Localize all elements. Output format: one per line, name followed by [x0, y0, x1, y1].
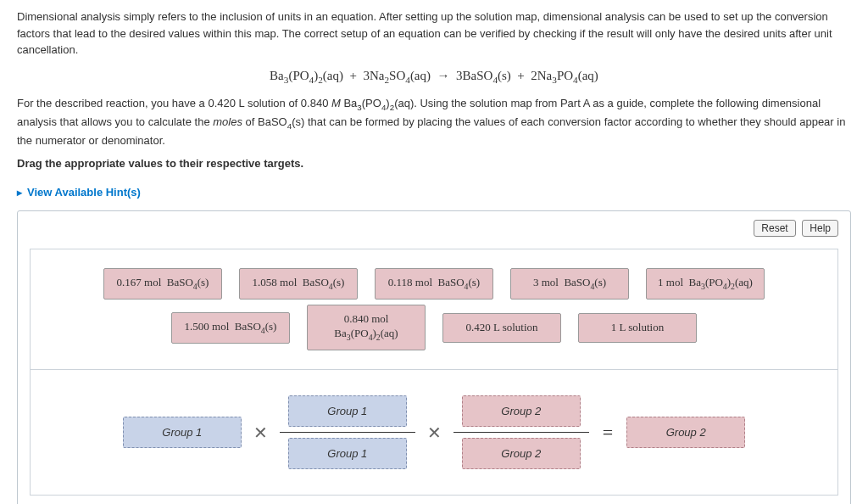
fraction-bar [280, 432, 415, 433]
drop-frac2-denominator[interactable]: Group 2 [462, 438, 581, 469]
work-panel: Reset Help 0.167 mol BaSO4(s) 1.058 mol … [17, 210, 851, 504]
drag-item[interactable]: 0.420 L solution [442, 313, 561, 343]
chemical-equation: Ba3(PO4)2(aq) + 3Na2SO4(aq) → 3BaSO4(s) … [17, 69, 851, 85]
drop-frac2-numerator[interactable]: Group 2 [462, 395, 581, 427]
drop-frac1-numerator[interactable]: Group 1 [288, 395, 407, 427]
drop-target-area: Group 1 ✕ Group 1 Group 1 ✕ Group 2 Grou… [31, 370, 837, 495]
drag-instruction: Drag the appropriate values to their res… [17, 155, 851, 172]
panel-buttons: Reset Help [30, 220, 838, 237]
drag-item[interactable]: 0.840 molBa3(PO4)2(aq) [307, 305, 426, 350]
help-button[interactable]: Help [802, 220, 838, 237]
drag-item[interactable]: 1.500 mol BaSO4(s) [171, 312, 290, 344]
page-root: Dimensional analysis simply refers to th… [0, 0, 868, 504]
drag-drop-box: 0.167 mol BaSO4(s) 1.058 mol BaSO4(s) 0.… [30, 249, 838, 496]
equals-sign: = [599, 422, 616, 444]
fraction-bar [453, 432, 589, 433]
times-icon: ✕ [252, 423, 270, 443]
reset-button[interactable]: Reset [754, 220, 795, 237]
fraction-1: Group 1 Group 1 [280, 395, 415, 469]
times-icon: ✕ [426, 423, 443, 443]
drop-result[interactable]: Group 2 [626, 417, 745, 448]
source-row-1: 0.167 mol BaSO4(s) 1.058 mol BaSO4(s) 0.… [39, 268, 829, 300]
drag-item[interactable]: 1 L solution [578, 313, 697, 343]
drag-item[interactable]: 1.058 mol BaSO4(s) [239, 268, 358, 300]
intro-text: Dimensional analysis simply refers to th… [17, 8, 851, 59]
drop-start[interactable]: Group 1 [123, 417, 242, 448]
drop-frac1-denominator[interactable]: Group 1 [288, 438, 407, 469]
fraction-2: Group 2 Group 2 [453, 395, 589, 469]
source-row-2: 1.500 mol BaSO4(s) 0.840 molBa3(PO4)2(aq… [39, 305, 829, 350]
drag-item[interactable]: 0.118 mol BaSO4(s) [375, 268, 493, 300]
drag-source-area: 0.167 mol BaSO4(s) 1.058 mol BaSO4(s) 0.… [31, 249, 837, 370]
drag-item[interactable]: 1 mol Ba3(PO4)2(aq) [646, 268, 765, 300]
view-hints-link[interactable]: View Available Hint(s) [17, 186, 141, 199]
drag-item[interactable]: 0.167 mol BaSO4(s) [103, 268, 222, 300]
drag-item[interactable]: 3 mol BaSO4(s) [510, 268, 629, 300]
problem-text: For the described reaction, you have a 0… [17, 95, 851, 149]
